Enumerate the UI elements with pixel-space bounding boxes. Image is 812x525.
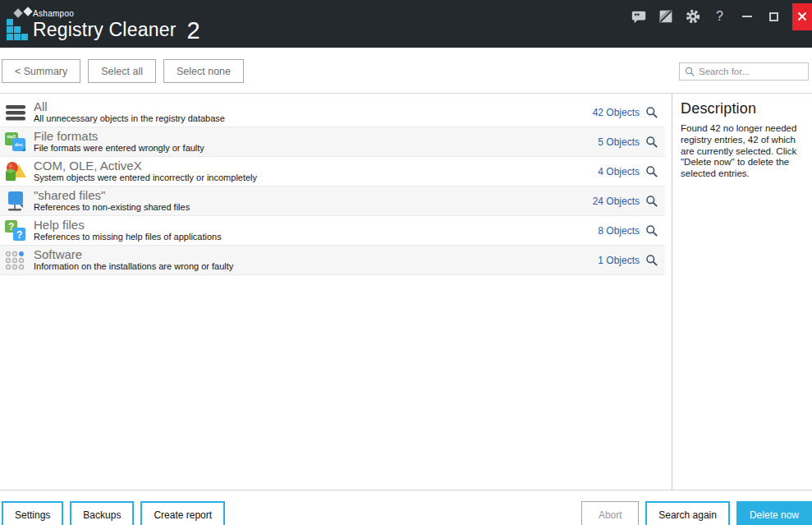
com-ole-activex-icon [3, 159, 28, 184]
row-subtitle: References to missing help files of appl… [34, 232, 598, 242]
table-row[interactable]: "shared files" References to non-existin… [0, 187, 665, 216]
create-report-button[interactable]: Create report [140, 501, 225, 525]
title-bar: Ashampoo Registry Cleaner 2 ** [0, 0, 812, 48]
row-object-count: 42 Objects [593, 107, 640, 118]
row-search-icon[interactable] [645, 254, 658, 267]
toolbar: < Summary Select all Select none [0, 48, 812, 94]
row-subtitle: References to non-existing shared files [34, 202, 593, 213]
row-title: All [34, 100, 593, 113]
row-search-icon[interactable] [645, 106, 658, 119]
description-title: Description [681, 100, 805, 117]
app-identity: Ashampoo Registry Cleaner 2 [33, 9, 200, 41]
search-again-button[interactable]: Search again [645, 501, 730, 525]
row-title: "shared files" [34, 189, 593, 202]
row-title: Help files [34, 219, 598, 232]
table-row[interactable]: mp3doc File formats File formats were en… [0, 127, 665, 157]
maximize-icon[interactable] [760, 3, 787, 30]
svg-text:**: ** [634, 12, 640, 20]
select-none-button[interactable]: Select none [163, 59, 244, 83]
app-title: Registry Cleaner [33, 19, 177, 41]
row-search-icon[interactable] [645, 195, 658, 208]
summary-button[interactable]: < Summary [2, 59, 80, 83]
table-row[interactable]: Software Information on the installation… [0, 246, 665, 275]
results-list: All All unnecessary objects in the regis… [0, 98, 665, 275]
feedback-icon[interactable]: ** [625, 3, 652, 30]
backups-button[interactable]: Backups [70, 501, 134, 525]
software-icon [3, 248, 28, 273]
settings-icon[interactable] [679, 3, 706, 30]
minimize-icon[interactable] [733, 3, 760, 30]
search-box [679, 62, 809, 81]
svg-text:doc: doc [15, 141, 23, 146]
row-title: COM, OLE, ActiveX [34, 159, 598, 173]
row-subtitle: System objects were entered incorrectly … [34, 173, 598, 183]
help-glyph: ? [716, 9, 723, 24]
footer-bar: Settings Backups Create report Abort Sea… [0, 490, 812, 525]
app-version: 2 [187, 20, 200, 41]
ashampoo-logo-icon [7, 8, 33, 39]
settings-button[interactable]: Settings [2, 501, 63, 525]
table-row[interactable]: ?? Help files References to missing help… [0, 216, 665, 246]
search-icon [685, 67, 695, 77]
table-row[interactable]: All All unnecessary objects in the regis… [0, 98, 665, 127]
row-search-icon[interactable] [645, 136, 658, 149]
titlebar-controls: ** ? [625, 0, 812, 33]
help-icon[interactable]: ? [706, 3, 733, 30]
row-title: File formats [34, 130, 598, 143]
file-formats-icon: mp3doc [3, 130, 28, 154]
shared-files-icon [3, 189, 28, 214]
row-title: Software [34, 248, 598, 261]
delete-now-button[interactable]: Delete now [736, 501, 812, 525]
row-subtitle: File formats were entered wrongly or fau… [34, 143, 598, 154]
description-panel: Description Found 42 no longer needed re… [672, 94, 812, 490]
row-search-icon[interactable] [645, 165, 658, 178]
row-object-count: 8 Objects [598, 225, 640, 237]
row-object-count: 1 Objects [598, 255, 640, 266]
description-body: Found 42 no longer needed registry entri… [681, 123, 809, 180]
menu-icon [3, 100, 28, 125]
table-row[interactable]: COM, OLE, ActiveX System objects were en… [0, 157, 665, 187]
notes-icon[interactable] [652, 3, 679, 30]
row-subtitle: All unnecessary objects in the registry … [34, 113, 593, 124]
row-object-count: 5 Objects [598, 136, 640, 148]
abort-button[interactable]: Abort [581, 501, 639, 525]
close-icon[interactable] [792, 3, 812, 30]
row-object-count: 24 Objects [593, 196, 640, 207]
row-subtitle: Information on the installations are wro… [34, 261, 598, 272]
help-files-icon: ?? [3, 219, 28, 243]
main-area: All All unnecessary objects in the regis… [0, 94, 812, 490]
row-search-icon[interactable] [645, 224, 658, 237]
search-input[interactable] [699, 67, 805, 76]
select-all-button[interactable]: Select all [88, 59, 156, 83]
svg-text:?: ? [16, 229, 22, 241]
svg-text:mp3: mp3 [7, 133, 16, 138]
row-object-count: 4 Objects [598, 166, 640, 177]
brand-name: Ashampoo [33, 9, 200, 18]
